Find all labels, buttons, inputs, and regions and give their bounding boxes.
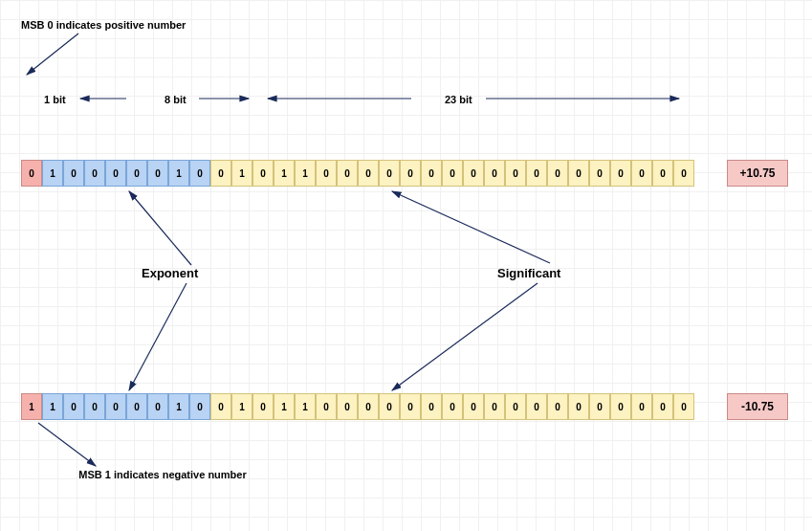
- significand-bit: 0: [652, 160, 673, 187]
- exponent-bit: 1: [42, 393, 63, 420]
- exponent-label: Exponent: [142, 266, 198, 280]
- sign-bit-count: 1 bit: [44, 94, 66, 105]
- significand-bit: 1: [295, 393, 316, 420]
- exponent-bit: 0: [126, 160, 147, 187]
- svg-line-7: [392, 191, 550, 263]
- exponent-bit: 1: [168, 160, 189, 187]
- significand-bit: 0: [210, 160, 231, 187]
- svg-line-5: [129, 191, 191, 265]
- significand-bit: 0: [252, 160, 274, 187]
- significand-bit: 0: [526, 393, 547, 420]
- significand-bit: 0: [358, 160, 379, 187]
- result-negative: -10.75: [727, 393, 788, 420]
- significand-bit: 0: [610, 393, 631, 420]
- significand-bit: 0: [421, 393, 442, 420]
- significand-bit: 0: [400, 160, 421, 187]
- svg-line-0: [27, 33, 78, 75]
- exponent-bit: 0: [84, 393, 105, 420]
- significand-bit: 0: [673, 393, 694, 420]
- significand-bit: 0: [568, 393, 589, 420]
- significand-bit: 0: [379, 393, 400, 420]
- exponent-bit: 0: [147, 160, 168, 187]
- significand-bit: 0: [379, 160, 400, 187]
- significand-bit: 0: [652, 393, 673, 420]
- significand-bit: 0: [484, 160, 505, 187]
- significand-bit: 0: [589, 160, 610, 187]
- significand-bit: 0: [442, 393, 463, 420]
- significand-bit: 0: [568, 160, 589, 187]
- exponent-bit: 0: [63, 393, 84, 420]
- significand-bit: 0: [421, 160, 442, 187]
- significand-bit: 0: [484, 393, 505, 420]
- exponent-bit: 0: [105, 160, 126, 187]
- significand-bit: 0: [252, 393, 274, 420]
- significand-bit: 0: [442, 160, 463, 187]
- exp-bit-count: 8 bit: [165, 94, 187, 105]
- significand-bit: 0: [589, 393, 610, 420]
- significand-bit: 0: [337, 393, 358, 420]
- significand-bit: 1: [274, 393, 295, 420]
- exponent-bit: 0: [189, 160, 210, 187]
- arrows-overlay: [0, 0, 812, 531]
- msb0-label: MSB 0 indicates positive number: [21, 19, 186, 31]
- msb1-label: MSB 1 indicates negative number: [77, 469, 249, 480]
- exponent-bit: 0: [189, 393, 210, 420]
- significand-bit: 0: [547, 393, 568, 420]
- exponent-bit: 0: [63, 160, 84, 187]
- significand-bit: 0: [631, 160, 652, 187]
- significand-bit: 1: [295, 160, 316, 187]
- significand-bit: 0: [631, 393, 652, 420]
- significand-bit: 0: [337, 160, 358, 187]
- sign-bit: 1: [21, 393, 42, 420]
- exponent-bit: 1: [42, 160, 63, 187]
- result-positive: +10.75: [727, 160, 788, 187]
- sign-bit: 0: [21, 160, 42, 187]
- significand-bit: 0: [316, 393, 337, 420]
- significand-bit: 0: [526, 160, 547, 187]
- significand-bit: 0: [673, 160, 694, 187]
- exponent-bit: 0: [105, 393, 126, 420]
- significand-bit: 0: [547, 160, 568, 187]
- significant-label: Significant: [497, 266, 560, 280]
- svg-line-9: [38, 423, 96, 466]
- sig-bit-count: 23 bit: [445, 94, 472, 105]
- exponent-bit: 0: [84, 160, 105, 187]
- significand-bit: 1: [231, 393, 252, 420]
- bit-row-negative: 11000001001011000000000000000000: [21, 393, 694, 420]
- significand-bit: 1: [274, 160, 295, 187]
- significand-bit: 0: [463, 160, 484, 187]
- svg-line-6: [129, 283, 187, 390]
- significand-bit: 0: [358, 393, 379, 420]
- significand-bit: 0: [463, 393, 484, 420]
- significand-bit: 0: [316, 160, 337, 187]
- exponent-bit: 0: [147, 393, 168, 420]
- significand-bit: 0: [400, 393, 421, 420]
- significand-bit: 1: [231, 160, 252, 187]
- significand-bit: 0: [505, 160, 526, 187]
- bit-row-positive: 01000001001011000000000000000000: [21, 160, 694, 187]
- exponent-bit: 1: [168, 393, 189, 420]
- exponent-bit: 0: [126, 393, 147, 420]
- significand-bit: 0: [210, 393, 231, 420]
- significand-bit: 0: [505, 393, 526, 420]
- significand-bit: 0: [610, 160, 631, 187]
- svg-line-8: [392, 283, 538, 390]
